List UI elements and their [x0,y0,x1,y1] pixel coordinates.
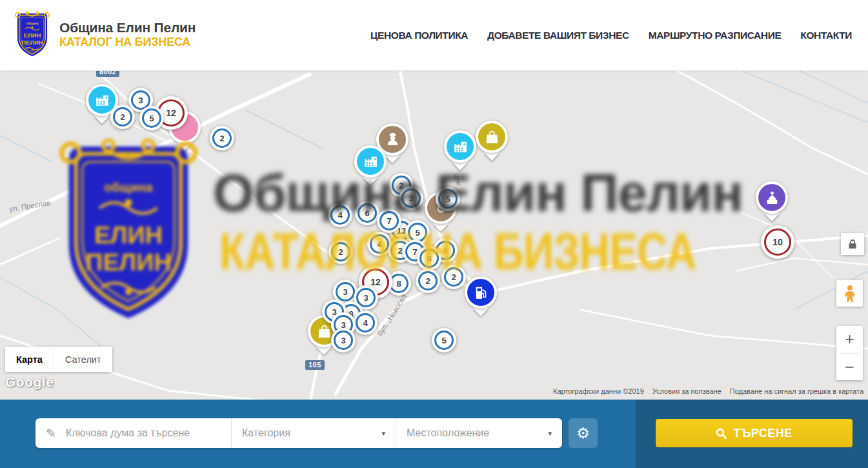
shopping-bag-pin[interactable] [476,121,508,153]
map-attribution: Картографски данни ©2019 Условия за полз… [553,387,863,395]
cluster-marker[interactable]: 2 [441,265,466,289]
page: Община Елин Пелин КАТАЛОГ НА БИЗНЕСА ЦЕН… [0,0,868,468]
cluster-marker[interactable]: 4 [353,310,378,335]
search-button-label: ТЪРСЕНЕ [733,427,792,440]
fuel-pin[interactable] [465,276,497,309]
nav-pricing-policy[interactable]: ЦЕНОВА ПОЛИТИКА [370,30,468,41]
church-pin[interactable] [756,181,788,214]
factory-pin[interactable] [354,145,387,178]
header: Община Елин Пелин КАТАЛОГ НА БИЗНЕСА ЦЕН… [0,0,868,71]
search-bar: ✎ Категория ▾ Местоположение ▾ ⚙ ТЪРСЕНЕ [0,400,868,468]
map-canvas[interactable]: 8002105ул. Преславбул. „Новоселции 12325… [0,71,868,400]
cluster-marker[interactable]: 3 [399,186,423,210]
cluster-marker[interactable]: 2 [110,105,135,129]
factory-pin[interactable] [444,130,476,163]
chevron-down-icon: ▾ [381,429,385,438]
attribution-map-data: Картографски данни ©2019 [553,387,644,395]
zoom-control: + − [836,326,863,380]
lock-button[interactable] [841,233,864,255]
cluster-marker[interactable]: 3 [331,328,356,352]
cluster-marker[interactable]: 10 [761,225,794,259]
location-placeholder: Местоположение [407,427,489,439]
nav-add-business[interactable]: ДОБАВЕТЕ ВАШИЯТ БИЗНЕС [487,30,629,41]
nav-route-schedule[interactable]: МАРШРУТНО РАЗПИСАНИЕ [649,30,782,41]
site-logo[interactable]: Община Елин Пелин КАТАЛОГ НА БИЗНЕСА [14,11,196,59]
gear-icon: ⚙ [576,425,590,442]
cluster-marker[interactable]: 2 [416,269,440,293]
pegman-button[interactable] [836,280,863,307]
cluster-marker[interactable]: 4 [328,203,352,227]
municipality-crest-icon [14,11,50,59]
main-nav: ЦЕНОВА ПОЛИТИКА ДОБАВЕТЕ ВАШИЯТ БИЗНЕС М… [370,0,852,71]
chevron-down-icon: ▾ [548,429,552,438]
cluster-marker[interactable]: 7 [377,209,401,233]
nav-contacts[interactable]: КОНТАКТИ [800,30,852,41]
lock-icon [848,239,857,249]
search-box: ✎ Категория ▾ Местоположение ▾ [35,418,562,448]
site-title: Община Елин Пелин [59,20,196,36]
map-type-satellite-button[interactable]: Сателит [54,347,112,372]
map-type-control: Карта Сателит [5,347,112,372]
category-dropdown[interactable]: Категория ▾ [232,418,396,448]
map-type-map-button[interactable]: Карта [5,347,54,372]
search-icon [716,428,727,439]
category-placeholder: Категория [242,427,290,439]
cluster-marker[interactable]: 6 [355,201,379,225]
search-button[interactable]: ТЪРСЕНЕ [656,419,853,447]
site-subtitle: КАТАЛОГ НА БИЗНЕСА [59,36,196,50]
attribution-report-link[interactable]: Подаване на сигнал за грешка в картата [730,387,863,395]
cluster-marker[interactable]: 5 [436,187,460,211]
keyword-section: ✎ [35,418,231,448]
zoom-in-button[interactable]: + [836,326,863,353]
markers-layer: 123252235134675422748228123383433510 [0,71,868,400]
cluster-marker[interactable]: 8 [417,246,441,270]
pencil-icon: ✎ [46,426,56,441]
google-logo[interactable]: Google [5,374,54,390]
cluster-marker[interactable]: 2 [328,239,353,264]
cluster-marker[interactable]: 2 [210,126,234,150]
attribution-terms-link[interactable]: Условия за ползване [652,387,722,395]
cluster-marker[interactable]: 5 [432,328,456,352]
cluster-marker[interactable]: 5 [139,106,164,130]
pegman-icon [843,285,856,303]
zoom-out-button[interactable]: − [836,354,863,381]
location-dropdown[interactable]: Местоположение ▾ [396,418,562,448]
keyword-search-input[interactable] [65,427,225,440]
advanced-settings-button[interactable]: ⚙ [569,418,598,448]
